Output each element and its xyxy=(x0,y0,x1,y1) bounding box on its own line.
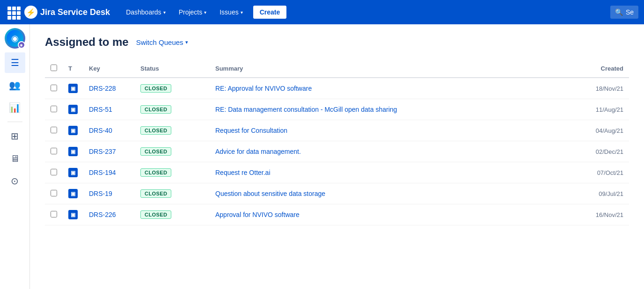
avatar[interactable]: ◉ ◉ xyxy=(5,28,25,49)
status-badge: CLOSED xyxy=(140,105,171,114)
issues-table: T Key Status Summary Created ▣ DRS-228 C… xyxy=(45,60,629,225)
row-type-cell: ▣ xyxy=(63,99,83,120)
col-header-type: T xyxy=(63,60,83,78)
sidebar-item-compass[interactable]: ⊙ xyxy=(5,171,25,191)
row-status-cell: CLOSED xyxy=(135,141,210,162)
create-button[interactable]: Create xyxy=(253,6,287,19)
sidebar-item-queues[interactable]: ☰ xyxy=(5,52,25,73)
issue-key-link[interactable]: DRS-194 xyxy=(89,169,116,176)
table-row: ▣ DRS-40 CLOSED Request for Consultation… xyxy=(45,120,629,141)
issue-key-link[interactable]: DRS-19 xyxy=(89,190,112,197)
logo[interactable]: ⚡ Jira Service Desk xyxy=(24,6,110,19)
row-checkbox-cell xyxy=(45,204,63,225)
issue-type-icon: ▣ xyxy=(68,147,78,156)
select-all-checkbox[interactable] xyxy=(51,65,57,71)
row-created-cell: 07/Oct/21 xyxy=(573,162,629,183)
status-badge: CLOSED xyxy=(140,210,171,219)
issue-type-icon: ▣ xyxy=(68,126,78,135)
row-checkbox[interactable] xyxy=(51,106,57,112)
row-created-cell: 16/Nov/21 xyxy=(573,204,629,225)
row-summary-cell: Approval for NVIVO software xyxy=(210,204,573,225)
main-content: Assigned to me Switch Queues ▾ T Key Sta… xyxy=(30,24,644,289)
created-date: 16/Nov/21 xyxy=(596,211,623,218)
switch-queues-button[interactable]: Switch Queues ▾ xyxy=(136,38,188,46)
row-checkbox[interactable] xyxy=(51,211,57,217)
page-title: Assigned to me xyxy=(45,36,129,49)
row-key-cell: DRS-40 xyxy=(83,120,135,141)
status-badge: CLOSED xyxy=(140,168,171,177)
row-checkbox[interactable] xyxy=(51,148,57,154)
sidebar-item-people[interactable]: 👥 xyxy=(5,75,25,95)
row-key-cell: DRS-19 xyxy=(83,183,135,204)
table-row: ▣ DRS-51 CLOSED RE: Data management cons… xyxy=(45,99,629,120)
sidebar-item-add[interactable]: ⊞ xyxy=(5,126,25,146)
row-checkbox[interactable] xyxy=(51,190,57,196)
row-summary-cell: Request re Otter.ai xyxy=(210,162,573,183)
row-checkbox-cell xyxy=(45,120,63,141)
row-status-cell: CLOSED xyxy=(135,204,210,225)
row-status-cell: CLOSED xyxy=(135,183,210,204)
table-row: ▣ DRS-226 CLOSED Approval for NVIVO soft… xyxy=(45,204,629,225)
row-key-cell: DRS-226 xyxy=(83,204,135,225)
logo-text: Jira Service Desk xyxy=(40,7,110,17)
created-date: 09/Jul/21 xyxy=(599,190,623,197)
col-header-created: Created xyxy=(573,60,629,78)
issue-key-link[interactable]: DRS-228 xyxy=(89,85,116,92)
row-type-cell: ▣ xyxy=(63,162,83,183)
row-checkbox[interactable] xyxy=(51,127,57,133)
row-checkbox-cell xyxy=(45,162,63,183)
row-summary-cell: Question about sensitive data storage xyxy=(210,183,573,204)
row-key-cell: DRS-228 xyxy=(83,78,135,99)
issue-key-link[interactable]: DRS-51 xyxy=(89,106,112,113)
issue-summary-link[interactable]: Request for Consultation xyxy=(215,127,287,134)
projects-nav[interactable]: Projects ▾ xyxy=(174,6,212,19)
row-status-cell: CLOSED xyxy=(135,120,210,141)
table-row: ▣ DRS-19 CLOSED Question about sensitive… xyxy=(45,183,629,204)
page-header: Assigned to me Switch Queues ▾ xyxy=(45,36,629,49)
issues-nav[interactable]: Issues ▾ xyxy=(215,6,247,19)
issue-summary-link[interactable]: Request re Otter.ai xyxy=(215,169,271,176)
row-created-cell: 09/Jul/21 xyxy=(573,183,629,204)
issue-key-link[interactable]: DRS-226 xyxy=(89,211,116,218)
sidebar-item-reports[interactable]: 📊 xyxy=(5,97,25,118)
monitor-icon: 🖥 xyxy=(10,153,20,164)
row-created-cell: 11/Aug/21 xyxy=(573,99,629,120)
people-icon: 👥 xyxy=(9,79,21,91)
issue-key-link[interactable]: DRS-237 xyxy=(89,148,116,155)
status-badge: CLOSED xyxy=(140,189,171,198)
issue-summary-link[interactable]: Advice for data management. xyxy=(215,148,301,155)
row-type-cell: ▣ xyxy=(63,141,83,162)
created-date: 04/Aug/21 xyxy=(596,127,623,134)
avatar-badge: ◉ xyxy=(18,41,25,49)
table-body: ▣ DRS-228 CLOSED RE: Approval for NVIVO … xyxy=(45,78,629,225)
page-layout: ◉ ◉ ☰ 👥 📊 ⊞ 🖥 ⊙ Assigned to me Switch Qu… xyxy=(0,24,644,289)
issue-summary-link[interactable]: RE: Data management consultation - McGil… xyxy=(215,106,397,113)
compass-icon: ⊙ xyxy=(11,175,19,187)
issue-summary-link[interactable]: Question about sensitive data storage xyxy=(215,190,325,197)
row-checkbox[interactable] xyxy=(51,169,57,175)
add-icon: ⊞ xyxy=(11,130,19,142)
sidebar-item-monitor[interactable]: 🖥 xyxy=(5,148,25,169)
row-status-cell: CLOSED xyxy=(135,99,210,120)
row-type-cell: ▣ xyxy=(63,120,83,141)
app-switcher-button[interactable] xyxy=(6,5,21,20)
row-summary-cell: Request for Consultation xyxy=(210,120,573,141)
row-type-cell: ▣ xyxy=(63,78,83,99)
row-status-cell: CLOSED xyxy=(135,162,210,183)
search-bar[interactable]: 🔍 Se xyxy=(610,6,638,19)
row-checkbox-cell xyxy=(45,141,63,162)
row-type-cell: ▣ xyxy=(63,204,83,225)
table-row: ▣ DRS-194 CLOSED Request re Otter.ai 07/… xyxy=(45,162,629,183)
issue-summary-link[interactable]: RE: Approval for NVIVO software xyxy=(215,85,312,92)
issue-key-link[interactable]: DRS-40 xyxy=(89,127,112,134)
row-checkbox[interactable] xyxy=(51,85,57,91)
sidebar: ◉ ◉ ☰ 👥 📊 ⊞ 🖥 ⊙ xyxy=(0,24,30,289)
table-header: T Key Status Summary Created xyxy=(45,60,629,78)
row-type-cell: ▣ xyxy=(63,183,83,204)
row-checkbox-cell xyxy=(45,99,63,120)
created-date: 07/Oct/21 xyxy=(597,169,623,176)
issue-summary-link[interactable]: Approval for NVIVO software xyxy=(215,211,300,218)
status-badge: CLOSED xyxy=(140,126,171,135)
dashboards-nav[interactable]: Dashboards ▾ xyxy=(121,6,170,19)
status-badge: CLOSED xyxy=(140,147,171,156)
